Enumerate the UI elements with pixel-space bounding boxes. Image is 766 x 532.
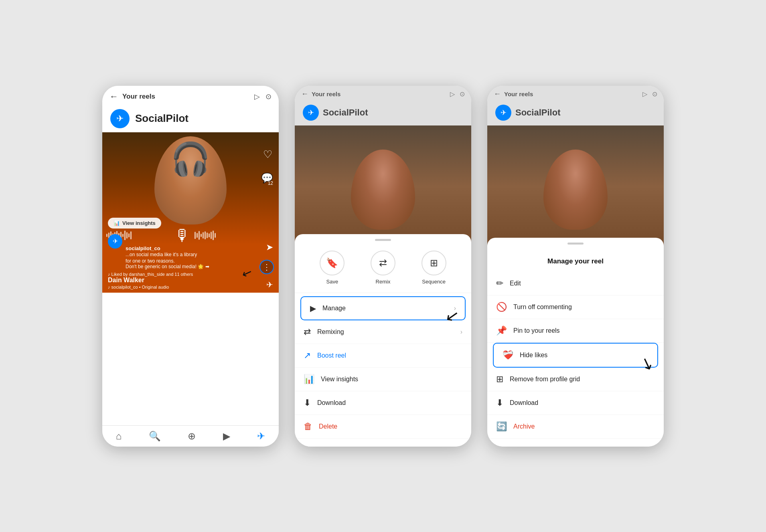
phone-2: ← Your reels ▷ ⊙ ✈ SocialPilot 🔖 Save ⇄ …: [295, 86, 471, 447]
pin-text: Pin to your reels: [513, 327, 655, 334]
video-player: ♡ 💬 12 🎙 📊 View insights ✈ socialpilot_c…: [102, 132, 279, 293]
hide-likes-text: Hide likes: [520, 352, 648, 359]
commenting-icon: 🚫: [496, 302, 507, 312]
edit-menu-item[interactable]: ✏ Edit: [487, 272, 664, 295]
sequence-circle: ⊞: [422, 251, 446, 275]
view-insights-menu-item[interactable]: 📊 View insights: [295, 368, 471, 391]
send-logo-icon: ✈: [116, 113, 124, 124]
header-icons: ▷ ⊙: [254, 92, 272, 101]
send-icon[interactable]: ➤: [266, 242, 273, 253]
phone2-top-bar: ← Your reels ▷ ⊙: [295, 86, 471, 101]
nav-create-icon[interactable]: ⊕: [188, 431, 196, 442]
caption-text2: for one or two reasons.: [126, 258, 259, 264]
remixing-menu-item[interactable]: ⇄ Remixing ›: [295, 320, 471, 344]
archive-text: Archive: [513, 423, 655, 430]
phone3-back[interactable]: ←: [494, 90, 501, 98]
nav-search-icon[interactable]: 🔍: [149, 431, 161, 442]
phone2-title: Your reels: [312, 91, 340, 97]
phone3-download-text: Download: [510, 399, 655, 407]
bottom-navigation: ⌂ 🔍 ⊕ ▶ ✈: [102, 425, 279, 447]
edit-text: Edit: [510, 280, 655, 287]
insights-button[interactable]: 📊 View insights: [108, 218, 161, 229]
brand-name: SocialPilot: [135, 112, 188, 125]
nav-dm-icon[interactable]: ✈: [257, 431, 265, 442]
phone2-logo: ✈: [303, 105, 319, 121]
play-icon: ▷: [254, 92, 260, 101]
commenting-menu-item[interactable]: 🚫 Turn off commenting: [487, 295, 664, 319]
page-title: Your reels: [122, 93, 155, 101]
hide-likes-menu-item[interactable]: ❤️‍🩹 Hide likes: [493, 343, 658, 368]
remix-label: Remix: [376, 279, 391, 285]
delete-text: Delete: [319, 423, 462, 430]
remixing-chevron: ›: [460, 328, 462, 336]
pin-icon: 📌: [496, 326, 507, 336]
chart-icon: 📊: [113, 220, 120, 226]
share-icon[interactable]: ✈: [266, 280, 273, 289]
brand-row: ✈ SocialPilot: [102, 105, 279, 132]
remix-circle: ⇄: [371, 251, 395, 275]
manage-icon: ▶: [310, 303, 316, 313]
remixing-icon: ⇄: [304, 327, 311, 337]
heart-icon[interactable]: ♡: [263, 148, 272, 161]
phone-1: ← Your reels ▷ ⊙ ✈ SocialPilot ♡ 💬 12 🎙: [102, 86, 279, 447]
caption-text3: Don't be generic on social media! 🌟 ➡: [126, 264, 259, 269]
liked-by-text: ♪ Liked by darshan_this_side and 11 othe…: [108, 272, 193, 277]
phone2-bottom-sheet: 🔖 Save ⇄ Remix ⊞ Sequence ▶ Manage › ⇄ R…: [295, 234, 471, 447]
view-insights-text: View insights: [321, 376, 462, 383]
phone2-action-row: 🔖 Save ⇄ Remix ⊞ Sequence: [295, 247, 471, 293]
phone3-title: Your reels: [504, 91, 533, 97]
username-label: socialpilot_co: [126, 245, 259, 251]
insights-label: View insights: [122, 220, 156, 226]
save-action[interactable]: 🔖 Save: [320, 251, 344, 285]
archive-icon: 🔄: [496, 421, 507, 432]
phone3-brand: ✈ SocialPilot: [487, 101, 664, 125]
phone3-play-icon: ▷: [642, 90, 647, 98]
nav-home-icon[interactable]: ⌂: [116, 431, 122, 442]
nav-reels-icon[interactable]: ▶: [223, 431, 230, 442]
more-options-button[interactable]: ⋮: [259, 260, 274, 274]
phone2-send-icon: ✈: [308, 108, 314, 117]
remove-grid-icon: ⊞: [496, 374, 503, 384]
hide-likes-icon: ❤️‍🩹: [503, 350, 513, 360]
phone3-download-icon: ⬇: [496, 398, 503, 408]
phone2-play-icon: ▷: [450, 90, 455, 98]
remix-action[interactable]: ⇄ Remix: [371, 251, 395, 285]
mic-icon: 🎙: [174, 227, 190, 245]
phone2-brand: ✈ SocialPilot: [295, 101, 471, 125]
delete-menu-item[interactable]: 🗑 Delete: [295, 415, 471, 439]
phone3-brand-name: SocialPilot: [515, 107, 560, 118]
sequence-label: Sequence: [422, 279, 446, 285]
boost-text: Boost reel: [317, 352, 462, 359]
brand-logo: ✈: [110, 109, 130, 128]
camera-icon: ⊙: [265, 92, 272, 101]
phone2-icons: ▷ ⊙: [450, 90, 465, 98]
boost-icon: ↗: [304, 350, 311, 361]
sequence-action[interactable]: ⊞ Sequence: [422, 251, 446, 285]
boost-menu-item[interactable]: ↗ Boost reel: [295, 344, 471, 368]
commenting-text: Turn off commenting: [513, 303, 655, 311]
save-label: Save: [326, 279, 338, 285]
creator-name: Dain Walker: [108, 277, 144, 284]
phone2-brand-name: SocialPilot: [323, 107, 368, 118]
manage-menu-item[interactable]: ▶ Manage ›: [300, 296, 466, 320]
caption-text1: ...on social media like it's a library: [126, 251, 259, 258]
phone3-bottom-sheet: Manage your reel ✏ Edit 🚫 Turn off comme…: [487, 238, 664, 447]
phone2-back[interactable]: ←: [301, 90, 308, 98]
download-text: Download: [317, 399, 462, 407]
comment-count: 12: [268, 180, 273, 186]
phone3-download-menu-item[interactable]: ⬇ Download: [487, 391, 664, 415]
phone3-logo: ✈: [495, 105, 511, 121]
back-arrow[interactable]: ←: [109, 91, 118, 102]
phone3-icons: ▷ ⊙: [642, 90, 657, 98]
pin-reels-menu-item[interactable]: 📌 Pin to your reels: [487, 319, 664, 343]
manage-reel-title: Manage your reel: [487, 251, 664, 272]
video-caption: socialpilot_co ...on social media like i…: [126, 245, 259, 269]
remove-grid-text: Remove from profile grid: [510, 376, 655, 383]
delete-icon: 🗑: [304, 421, 312, 432]
phone3-camera-icon: ⊙: [652, 90, 657, 98]
audio-label: ♪ socialpilot_co • Original audio: [108, 285, 169, 289]
download-menu-item[interactable]: ⬇ Download: [295, 391, 471, 415]
manage-text: Manage: [322, 305, 448, 312]
archive-menu-item[interactable]: 🔄 Archive: [487, 415, 664, 439]
remove-grid-menu-item[interactable]: ⊞ Remove from profile grid: [487, 368, 664, 391]
